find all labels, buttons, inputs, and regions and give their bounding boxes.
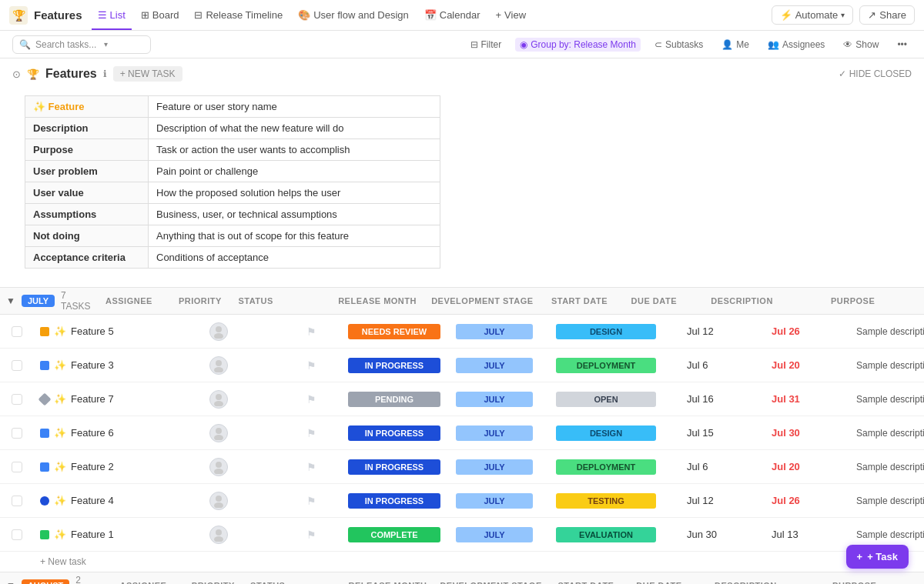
task-priority[interactable]: ⚑: [280, 322, 342, 341]
task-checkbox[interactable]: [0, 357, 34, 374]
automate-icon: ⚡: [780, 9, 792, 21]
task-dev-stage[interactable]: DEPLOYMENT: [550, 355, 681, 376]
more-button[interactable]: •••: [892, 38, 912, 52]
task-dev-stage[interactable]: EVALUATION: [550, 524, 681, 546]
task-status[interactable]: IN PROGRESS: [342, 456, 450, 478]
hide-closed-button[interactable]: ✓ HIDE CLOSED: [839, 68, 912, 79]
task-dev-stage[interactable]: OPEN: [550, 389, 681, 410]
task-assignee[interactable]: [203, 353, 280, 378]
task-priority[interactable]: ⚑: [280, 458, 342, 476]
task-dev-stage[interactable]: DESIGN: [550, 422, 681, 444]
assignees-button[interactable]: 👥 Assignees: [763, 38, 829, 52]
task-checkbox[interactable]: [0, 391, 34, 408]
new-task-row-july[interactable]: + New task: [0, 552, 924, 572]
svg-point-3: [214, 367, 223, 372]
task-assignee[interactable]: [203, 421, 280, 446]
task-sparkle-icon: ✨: [54, 495, 66, 506]
task-priority[interactable]: ⚑: [280, 526, 342, 544]
task-row[interactable]: ✨ Feature 2 ⚑ IN PROGRESS JULY DEPLOYMEN…: [0, 450, 924, 484]
task-checkbox[interactable]: [0, 459, 34, 476]
task-name[interactable]: ✨ Feature 2: [34, 458, 203, 476]
task-status[interactable]: NEEDS REVIEW: [342, 321, 450, 342]
task-status[interactable]: IN PROGRESS: [342, 355, 450, 376]
task-status[interactable]: IN PROGRESS: [342, 422, 450, 444]
task-due-date: Jul 30: [765, 424, 850, 442]
task-due-date: Jul 13: [765, 526, 850, 543]
task-status[interactable]: IN PROGRESS: [342, 490, 450, 512]
app-icon: 🏆: [9, 6, 28, 25]
task-name[interactable]: ✨ Feature 1: [34, 526, 203, 543]
task-name[interactable]: ✨ Feature 3: [34, 356, 203, 374]
task-checkbox[interactable]: [0, 425, 34, 442]
task-priority[interactable]: ⚑: [280, 356, 342, 375]
task-release[interactable]: JULY: [450, 355, 550, 376]
info-value: Conditions of acceptance: [149, 247, 440, 269]
tab-view[interactable]: + View: [490, 6, 533, 24]
automate-button[interactable]: ⚡ Automate ▾: [772, 5, 854, 25]
task-row[interactable]: ✨ Feature 4 ⚑ IN PROGRESS JULY TESTING J…: [0, 484, 924, 518]
task-priority[interactable]: ⚑: [280, 424, 342, 442]
task-status[interactable]: PENDING: [342, 389, 450, 410]
task-priority[interactable]: ⚑: [280, 390, 342, 409]
task-description: Sample description: [850, 391, 924, 408]
task-row[interactable]: ✨ Feature 5 ⚑ NEEDS REVIEW JULY DESIGN J…: [0, 315, 924, 349]
collapse-icon[interactable]: ⊙: [12, 68, 21, 80]
timeline-icon: ⊟: [194, 9, 203, 21]
task-start-date: Jul 12: [681, 492, 765, 509]
task-priority[interactable]: ⚑: [280, 492, 342, 510]
floating-task-button[interactable]: + + Task: [846, 545, 909, 569]
task-name[interactable]: ✨ Feature 5: [34, 322, 203, 340]
task-name[interactable]: ✨ Feature 6: [34, 424, 203, 442]
task-release[interactable]: JULY: [450, 422, 550, 444]
info-table: ✨ FeatureFeature or user story nameDescr…: [25, 95, 440, 269]
show-button[interactable]: 👁 Show: [839, 38, 883, 52]
task-assignee[interactable]: [203, 319, 280, 344]
new-task-button[interactable]: + NEW TASK: [113, 66, 182, 82]
search-box[interactable]: 🔍 Search tasks... ▾: [12, 35, 151, 54]
task-release[interactable]: JULY: [450, 490, 550, 512]
info-key: Acceptance criteria: [25, 247, 149, 269]
task-checkbox[interactable]: [0, 492, 34, 509]
group-by-button[interactable]: ◉ Group by: Release Month: [515, 38, 641, 52]
task-release[interactable]: JULY: [450, 524, 550, 546]
subtasks-button[interactable]: ⊂ Subtasks: [650, 38, 708, 52]
july-section-toggle[interactable]: ▼: [6, 295, 15, 306]
task-name[interactable]: ✨ Feature 7: [34, 390, 203, 408]
task-dev-stage[interactable]: DESIGN: [550, 321, 681, 342]
tab-board[interactable]: ⊞ Board: [135, 6, 186, 24]
task-release[interactable]: JULY: [450, 321, 550, 342]
tab-calendar[interactable]: 📅 Calendar: [418, 6, 487, 24]
tab-list[interactable]: ☰ List: [92, 6, 132, 24]
task-dev-stage[interactable]: DEPLOYMENT: [550, 456, 681, 478]
share-button[interactable]: ↗ Share: [859, 5, 915, 25]
task-name[interactable]: ✨ Feature 4: [34, 492, 203, 509]
app-title: Features: [34, 8, 82, 22]
info-value: Feature or user story name: [149, 96, 440, 118]
task-assignee[interactable]: [203, 455, 280, 479]
july-col-purpose: PURPOSE: [831, 296, 918, 305]
task-release[interactable]: JULY: [450, 389, 550, 410]
task-checkbox[interactable]: [0, 526, 34, 543]
task-dev-stage[interactable]: TESTING: [550, 490, 681, 512]
task-checkbox[interactable]: [0, 323, 34, 340]
task-row[interactable]: ✨ Feature 6 ⚑ IN PROGRESS JULY DESIGN Ju…: [0, 416, 924, 450]
task-row[interactable]: ✨ Feature 3 ⚑ IN PROGRESS JULY DEPLOYMEN…: [0, 349, 924, 382]
tab-release-timeline[interactable]: ⊟ Release Timeline: [188, 6, 289, 24]
task-release[interactable]: JULY: [450, 456, 550, 478]
search-placeholder: Search tasks...: [35, 39, 96, 50]
info-table-row: ✨ FeatureFeature or user story name: [25, 96, 440, 118]
filter-button[interactable]: ⊟ Filter: [466, 38, 507, 52]
info-table-row: User problemPain point or challenge: [25, 161, 440, 182]
tab-user-flow[interactable]: 🎨 User flow and Design: [292, 6, 415, 24]
task-due-date: Jul 26: [765, 322, 850, 340]
task-sparkle-icon: ✨: [54, 461, 66, 472]
info-table-row: Not doingAnything that is out of scope f…: [25, 225, 440, 247]
task-assignee[interactable]: [203, 522, 280, 547]
task-status[interactable]: COMPLETE: [342, 524, 450, 546]
task-assignee[interactable]: [203, 387, 280, 412]
task-row[interactable]: ✨ Feature 7 ⚑ PENDING JULY OPEN Jul 16 J…: [0, 382, 924, 416]
me-button[interactable]: 👤 Me: [717, 38, 754, 52]
august-section-toggle[interactable]: ▼: [6, 580, 15, 584]
task-assignee[interactable]: [203, 489, 280, 513]
task-row[interactable]: ✨ Feature 1 ⚑ COMPLETE JULY EVALUATION J…: [0, 518, 924, 552]
